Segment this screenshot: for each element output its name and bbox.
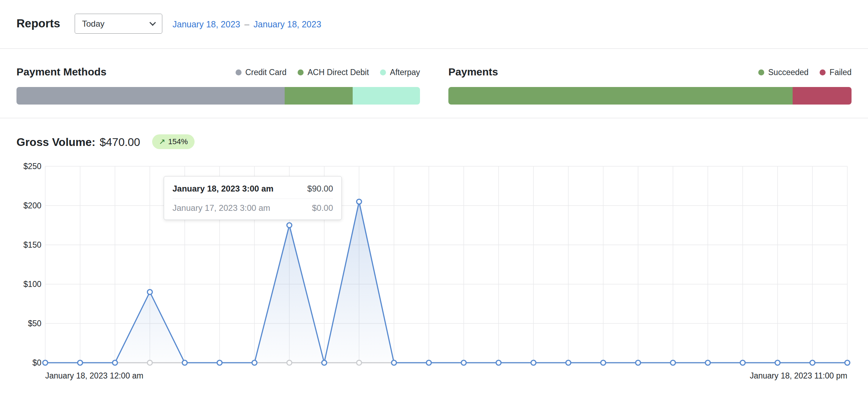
bar-segment-credit-card[interactable] [16,87,285,105]
gross-volume-label: Gross Volume: [16,136,95,148]
legend-item-failed: Failed [820,68,852,77]
legend-item-afterpay: Afterpay [380,68,420,77]
legend-item-ach-direct-debit: ACH Direct Debit [298,68,369,77]
gross-volume-amount: $470.00 [100,136,140,148]
legend-dot-icon [820,69,826,75]
bar-segment-ach-direct-debit[interactable] [285,87,352,105]
period-select-value: Today [82,19,104,29]
legend-dot-icon [758,69,764,75]
tooltip-previous-row: January 17, 2023 3:00 am $0.00 [172,199,333,213]
tooltip-current-label: January 18, 2023 3:00 am [172,183,273,194]
legend-label: ACH Direct Debit [307,68,369,77]
payments-legend: SucceededFailed [758,67,852,78]
date-range-end-link[interactable]: January 18, 2023 [253,19,321,30]
legend-item-credit-card: Credit Card [236,68,287,77]
y-axis-label: $50 [0,319,41,328]
tooltip-current-row: January 18, 2023 3:00 am $90.00 [172,183,333,199]
header-divider [0,48,868,49]
trend-badge: ↗ 154% [152,134,195,149]
chart-tooltip: January 18, 2023 3:00 am $90.00 January … [164,176,342,220]
payments-bar[interactable] [448,87,852,105]
y-axis-label: $0 [0,358,41,368]
reports-page: Reports Today January 18, 2023 – January… [0,0,868,395]
y-axis-label: $250 [0,161,41,171]
chevron-down-icon [149,19,156,26]
legend-item-succeeded: Succeeded [758,68,808,77]
chart-area-fill [45,202,847,363]
section-divider [0,118,868,118]
tooltip-previous-value: $0.00 [312,203,333,213]
y-axis-label: $100 [0,279,41,289]
y-axis-label: $150 [0,240,41,250]
chart-x-axis-start-label: January 18, 2023 12:00 am [45,370,143,381]
gross-volume-heading: Gross Volume:$470.00 [16,135,140,149]
bar-segment-failed[interactable] [793,87,852,105]
date-range-separator: – [244,19,249,30]
legend-dot-icon [236,69,242,75]
bar-segment-succeeded[interactable] [448,87,793,105]
tooltip-current-value: $90.00 [307,183,333,194]
payments-title: Payments [448,65,498,79]
trend-up-icon: ↗ [159,137,165,146]
chart-x-axis-end-label: January 18, 2023 11:00 pm [750,370,847,381]
payment-methods-legend: Credit CardACH Direct DebitAfterpay [236,67,420,78]
tooltip-previous-label: January 17, 2023 3:00 am [172,203,270,213]
trend-badge-value: 154% [168,137,188,146]
payment-methods-bar[interactable] [16,87,420,105]
date-range: January 18, 2023 – January 18, 2023 [172,19,321,30]
period-select[interactable]: Today [75,14,162,34]
date-range-start-link[interactable]: January 18, 2023 [172,19,240,30]
legend-label: Afterpay [390,68,420,77]
legend-label: Credit Card [245,68,287,77]
legend-dot-icon [298,69,304,75]
legend-label: Failed [829,68,852,77]
page-title: Reports [16,16,60,31]
legend-label: Succeeded [768,68,808,77]
y-axis-label: $200 [0,201,41,210]
payment-methods-title: Payment Methods [16,65,107,79]
legend-dot-icon [380,69,386,75]
bar-segment-afterpay[interactable] [353,87,420,105]
